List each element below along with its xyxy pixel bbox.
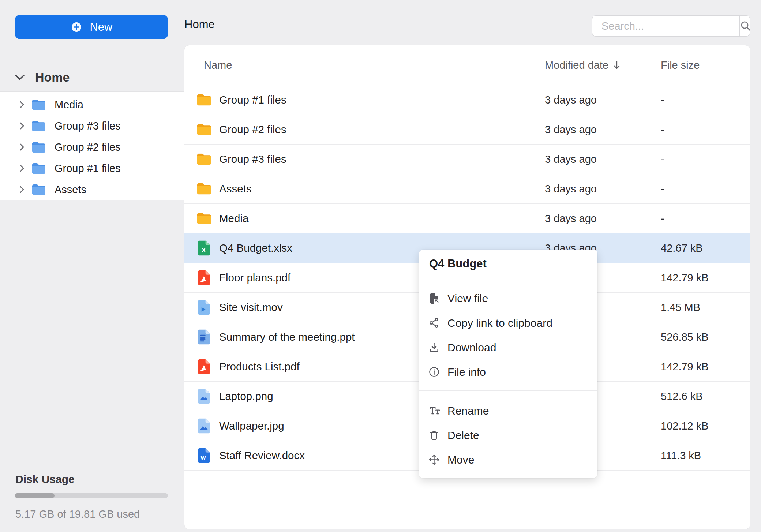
pdf-file-icon (198, 359, 210, 374)
search-button[interactable] (739, 16, 750, 36)
move-icon (428, 454, 440, 465)
chevron-right-icon[interactable] (19, 101, 25, 109)
file-name: Group #2 files (219, 123, 286, 136)
menu-item-label: Delete (447, 429, 479, 442)
file-name: Laptop.png (219, 390, 273, 402)
folder-icon (197, 94, 211, 106)
column-header-name[interactable]: Name (204, 59, 232, 71)
file-size: 1.45 MB (661, 301, 700, 314)
table-row-group-2-files[interactable]: Group #2 files 3 days ago - (184, 115, 750, 145)
file-size: - (661, 183, 664, 195)
menu-item-label: View file (447, 292, 488, 305)
menu-item-view-file[interactable]: View file (419, 286, 597, 311)
video-file-icon (198, 300, 210, 315)
svg-text:w: w (200, 454, 206, 461)
trash-icon (428, 430, 440, 441)
table-row-group-3-files[interactable]: Group #3 files 3 days ago - (184, 145, 750, 174)
file-size: 512.6 kB (661, 390, 702, 402)
file-modified: 3 days ago (545, 183, 597, 195)
table-row-media[interactable]: Media 3 days ago - (184, 204, 750, 233)
new-button[interactable]: New (15, 15, 168, 39)
context-menu: Q4 Budget View file (419, 250, 597, 478)
menu-item-label: File info (447, 366, 486, 378)
table-row-group-1-files[interactable]: Group #1 files 3 days ago - (184, 85, 750, 115)
sidebar-item-label: Media (55, 99, 83, 111)
menu-item-file-info[interactable]: File info (419, 360, 597, 384)
download-icon (428, 342, 440, 353)
folder-icon (32, 142, 45, 153)
sort-descending-icon (613, 61, 621, 70)
file-name: Summary of the meeting.ppt (219, 331, 355, 343)
chevron-right-icon[interactable] (19, 186, 25, 194)
menu-item-delete[interactable]: Delete (419, 423, 597, 447)
share-link-icon (428, 317, 440, 329)
ppt-file-icon (198, 330, 210, 345)
menu-item-download[interactable]: Download (419, 335, 597, 360)
rename-icon (428, 405, 440, 416)
sidebar-item-group-3-files[interactable]: Group #3 files (0, 115, 184, 136)
sidebar-item-assets[interactable]: Assets (0, 179, 184, 200)
file-name: Media (219, 212, 248, 225)
file-size: 111.3 kB (661, 450, 701, 462)
file-size: 102.12 kB (661, 420, 709, 432)
folder-icon (197, 154, 211, 165)
sidebar-home-label: Home (35, 70, 70, 85)
column-header-size[interactable]: File size (661, 59, 700, 71)
sidebar-item-label: Group #2 files (55, 141, 121, 153)
context-menu-title: Q4 Budget (419, 250, 597, 278)
sidebar-tree: Media Group #3 files Group #2 files (0, 91, 184, 200)
disk-usage-text: 5.17 GB of 19.81 GB used (15, 508, 140, 520)
context-menu-section-secondary: Rename Delete Mo (419, 390, 597, 478)
sidebar-item-media[interactable]: Media (0, 94, 184, 115)
breadcrumb[interactable]: Home (184, 18, 215, 31)
search-box (592, 15, 750, 37)
menu-item-copy-link[interactable]: Copy link to clipboard (419, 311, 597, 335)
search-input[interactable] (592, 16, 739, 36)
file-name: Assets (219, 183, 252, 195)
column-header-modified-label: Modified date (545, 59, 608, 71)
menu-item-label: Rename (447, 405, 489, 417)
info-icon (428, 366, 440, 378)
menu-item-move[interactable]: Move (419, 447, 597, 472)
table-row-assets[interactable]: Assets 3 days ago - (184, 174, 750, 204)
disk-usage-title: Disk Usage (15, 473, 75, 486)
view-file-icon (428, 293, 440, 304)
image-file-icon (198, 389, 210, 404)
file-modified: 3 days ago (545, 213, 597, 225)
new-button-label: New (90, 20, 112, 34)
menu-item-label: Download (447, 341, 496, 354)
plus-circle-icon (70, 21, 83, 33)
file-size: 526.85 kB (661, 331, 709, 343)
search-icon (740, 20, 750, 32)
file-size: 142.79 kB (661, 272, 709, 284)
file-modified: 3 days ago (545, 124, 597, 136)
chevron-right-icon[interactable] (19, 164, 25, 172)
menu-item-label: Copy link to clipboard (447, 317, 552, 329)
disk-usage-progressbar (15, 493, 168, 498)
sidebar-item-group-2-files[interactable]: Group #2 files (0, 136, 184, 158)
sidebar-item-group-1-files[interactable]: Group #1 files (0, 158, 184, 179)
chevron-down-icon (15, 74, 25, 80)
menu-item-rename[interactable]: Rename (419, 398, 597, 423)
svg-text:x: x (202, 246, 206, 254)
file-modified: 3 days ago (545, 94, 597, 106)
disk-usage-progress-fill (15, 493, 55, 498)
file-name: Site visit.mov (219, 301, 283, 314)
chevron-right-icon[interactable] (19, 122, 25, 130)
file-size: - (661, 213, 664, 225)
file-name: Q4 Budget.xlsx (219, 242, 292, 254)
file-name: Floor plans.pdf (219, 271, 290, 284)
folder-icon (32, 100, 45, 110)
docx-file-icon: w (198, 448, 210, 463)
folder-icon (197, 124, 211, 135)
xlsx-file-icon: x (198, 241, 210, 256)
folder-icon (197, 183, 211, 195)
chevron-right-icon[interactable] (19, 143, 25, 151)
sidebar-item-label: Group #1 files (55, 162, 121, 175)
file-size: - (661, 124, 664, 136)
column-header-modified[interactable]: Modified date (545, 59, 621, 71)
file-name: Group #1 files (219, 94, 286, 106)
file-modified: 3 days ago (545, 153, 597, 165)
pdf-file-icon (198, 270, 210, 285)
sidebar-home-header[interactable]: Home (15, 70, 70, 85)
